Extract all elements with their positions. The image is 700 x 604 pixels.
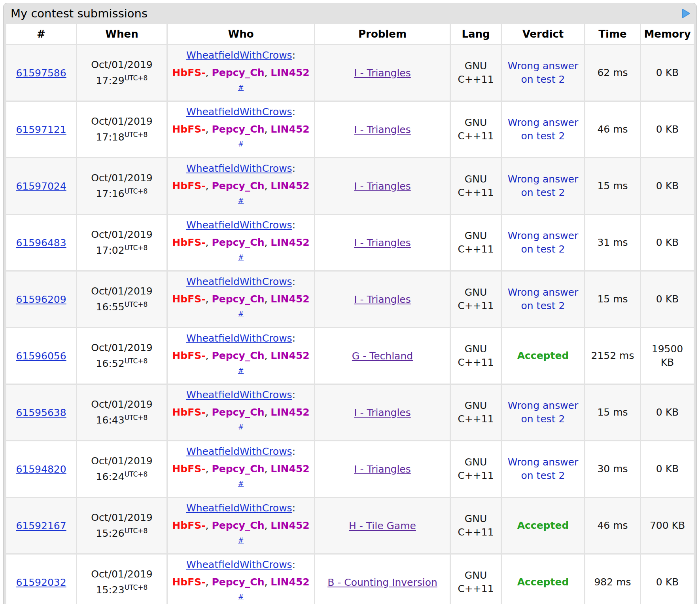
verdict[interactable]: Wrong answer on test 2 [508,400,579,425]
member-separator: , [264,520,271,531]
submission-id-cell: 61595638 [6,385,76,440]
member-link[interactable]: LIN452 [271,350,309,361]
verdict[interactable]: Wrong answer on test 2 [508,60,579,85]
member-link[interactable]: HbFS- [172,180,205,192]
timezone-label: UTC+8 [125,74,148,82]
submission-id-link[interactable]: 61594820 [16,463,66,475]
member-link[interactable]: HbFS- [172,350,205,361]
submission-id-link[interactable]: 61596209 [16,294,66,305]
problem-link[interactable]: I - Triangles [354,463,411,475]
team-link[interactable]: WheatfieldWithCrows [186,106,292,118]
submission-id-link[interactable]: 61596483 [16,237,66,249]
submission-id-link[interactable]: 61597024 [16,180,66,192]
party-hash-link[interactable]: # [238,197,244,205]
timezone-label: UTC+8 [125,187,148,195]
member-link[interactable]: Pepcy_Ch [212,123,265,135]
member-link[interactable]: Pepcy_Ch [212,293,265,305]
lang-cell: GNU C++11 [451,441,501,497]
member-link[interactable]: Pepcy_Ch [212,180,265,192]
party-hash-link[interactable]: # [238,84,244,91]
member-link[interactable]: HbFS- [172,576,205,588]
team-link[interactable]: WheatfieldWithCrows [186,163,292,174]
problem-link[interactable]: H - Tile Game [349,520,416,532]
member-link[interactable]: LIN452 [271,123,309,135]
submission-id-cell: 61596056 [6,328,76,384]
problem-link[interactable]: I - Triangles [354,124,411,135]
verdict[interactable]: Accepted [517,576,569,588]
member-link[interactable]: Pepcy_Ch [212,237,265,248]
panel-title: My contest submissions [11,7,148,20]
party-hash-link[interactable]: # [238,140,244,148]
party-hash-link[interactable]: # [238,367,244,374]
verdict[interactable]: Wrong answer on test 2 [508,230,579,255]
member-link[interactable]: LIN452 [271,520,309,531]
verdict[interactable]: Accepted [517,350,569,361]
party-hash-link[interactable]: # [238,536,244,544]
member-separator: , [264,237,271,248]
member-link[interactable]: Pepcy_Ch [212,520,265,531]
submission-id-link[interactable]: 61592032 [16,577,66,588]
problem-link[interactable]: G - Techland [352,350,413,362]
submission-id-link[interactable]: 61595638 [16,407,66,418]
who-cell: WheatfieldWithCrows: HbFS-, Pepcy_Ch, LI… [168,555,314,604]
expand-arrow-icon[interactable] [681,8,691,19]
team-link[interactable]: WheatfieldWithCrows [186,332,292,344]
submission-id-cell: 61597586 [6,45,76,101]
problem-link[interactable]: I - Triangles [354,180,411,192]
member-link[interactable]: LIN452 [271,293,309,305]
team-link[interactable]: WheatfieldWithCrows [186,276,292,287]
member-link[interactable]: LIN452 [271,180,309,192]
problem-link[interactable]: I - Triangles [354,237,411,249]
party-hash-link[interactable]: # [238,310,244,318]
member-link[interactable]: Pepcy_Ch [212,463,265,475]
member-link[interactable]: HbFS- [172,406,205,418]
team-link[interactable]: WheatfieldWithCrows [186,49,292,61]
member-link[interactable]: HbFS- [172,520,205,531]
submission-id-link[interactable]: 61592167 [16,520,66,532]
team-link[interactable]: WheatfieldWithCrows [186,559,292,570]
party-hash-link[interactable]: # [238,593,244,601]
member-separator: , [264,406,271,418]
member-link[interactable]: HbFS- [172,293,205,305]
member-link[interactable]: HbFS- [172,123,205,135]
team-link[interactable]: WheatfieldWithCrows [186,389,292,401]
problem-link[interactable]: I - Triangles [354,67,411,79]
member-link[interactable]: Pepcy_Ch [212,67,265,78]
problem-link[interactable]: I - Triangles [354,294,411,305]
member-link[interactable]: LIN452 [271,406,309,418]
team-link[interactable]: WheatfieldWithCrows [186,446,292,457]
team-link[interactable]: WheatfieldWithCrows [186,219,292,231]
member-link[interactable]: Pepcy_Ch [212,406,265,418]
party-hash-link[interactable]: # [238,423,244,431]
verdict[interactable]: Wrong answer on test 2 [508,456,579,481]
submission-id-cell: 61592167 [6,498,76,553]
party-hash-link[interactable]: # [238,253,244,261]
problem-link[interactable]: B - Counting Inversion [327,577,437,588]
member-link[interactable]: HbFS- [172,67,205,78]
submission-date: Oct/01/2019 [79,227,164,243]
verdict[interactable]: Wrong answer on test 2 [508,117,579,142]
submission-time: 17:29 [96,75,125,86]
submission-time: 16:52 [96,358,125,369]
member-link[interactable]: LIN452 [271,463,309,475]
submission-id-link[interactable]: 61597586 [16,67,66,79]
member-link[interactable]: LIN452 [271,576,309,588]
member-link[interactable]: HbFS- [172,237,205,248]
member-link[interactable]: LIN452 [271,237,309,248]
verdict[interactable]: Wrong answer on test 2 [508,287,579,311]
submission-id-link[interactable]: 61597121 [16,124,66,135]
submission-date: Oct/01/2019 [79,566,164,583]
submission-id-link[interactable]: 61596056 [16,350,66,362]
team-colon: : [292,219,295,231]
member-link[interactable]: LIN452 [271,67,309,78]
verdict[interactable]: Accepted [517,520,569,531]
member-link[interactable]: Pepcy_Ch [212,576,265,588]
member-link[interactable]: HbFS- [172,463,205,475]
party-hash-link[interactable]: # [238,480,244,488]
problem-link[interactable]: I - Triangles [354,407,411,418]
team-link[interactable]: WheatfieldWithCrows [186,502,292,514]
member-link[interactable]: Pepcy_Ch [212,350,265,361]
team-colon: : [292,559,295,570]
verdict[interactable]: Wrong answer on test 2 [508,173,579,198]
table-row: 61596483 Oct/01/2019 17:02UTC+8 Wheatfie… [6,215,694,270]
